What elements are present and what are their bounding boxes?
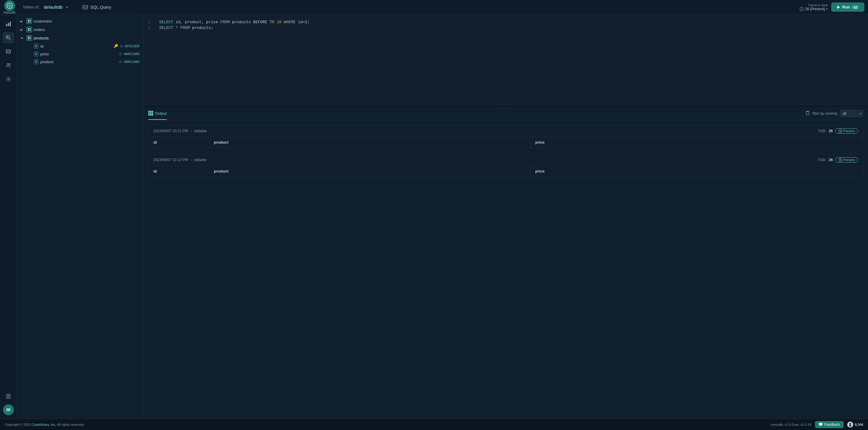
- sidebar-item-settings[interactable]: [3, 73, 14, 85]
- footer-version: immudb: v1.5.0 ws: v1.0.16: [771, 423, 811, 426]
- svg-rect-17: [819, 423, 823, 426]
- line-num-1: 1: [148, 20, 154, 24]
- type-badge-id: INTEGER: [125, 44, 140, 48]
- play-icon: [837, 5, 840, 9]
- db-dropdown-chevron[interactable]: ▾: [66, 5, 68, 9]
- col-icon-id: [34, 44, 38, 48]
- tree-col-name-price: price: [40, 52, 117, 56]
- travel-time-section: Travel in time 26 (Present) ▾: [800, 3, 828, 11]
- svg-point-10: [6, 50, 10, 51]
- code-line-1: 1 SELECT id, product, price FROM product…: [144, 19, 868, 25]
- tree-item-customers[interactable]: ▶ customers: [17, 17, 143, 25]
- sql-icon: [83, 4, 88, 10]
- output-header: Output filter by severity all error warn…: [144, 107, 868, 120]
- table-icon-products: [27, 35, 32, 41]
- result-txid-2: TxID: 26 Present: [818, 157, 858, 163]
- tree-col-price[interactable]: price ⊘ VARCHAR: [17, 50, 143, 58]
- code-content-1: SELECT id, product, price FROM products …: [159, 20, 310, 24]
- code-content-2: SELECT * FROM products;: [159, 26, 213, 30]
- clock-badge-icon-2: [838, 158, 842, 162]
- present-badge-1[interactable]: Present: [835, 128, 858, 134]
- app-logo[interactable]: [4, 0, 15, 11]
- present-badge-2[interactable]: Present: [835, 157, 858, 163]
- run-button[interactable]: Run x2: [831, 2, 864, 12]
- type-badge-product: VARCHAR: [124, 60, 140, 64]
- sidebar-item-chart[interactable]: [3, 18, 14, 30]
- clear-output-button[interactable]: [805, 110, 810, 117]
- code-line-2: 2 SELECT * FROM products;: [144, 25, 868, 31]
- database-name[interactable]: defaultdb: [44, 5, 63, 10]
- resize-handle[interactable]: · · · · · ·: [144, 105, 868, 107]
- tree-col-id[interactable]: id 🔑 ⊘ INTEGER: [17, 42, 143, 50]
- tree-item-name-customers: customers: [34, 19, 140, 24]
- svg-marker-4: [837, 6, 840, 9]
- tree-chevron-orders: ▶: [21, 28, 25, 31]
- result-table-2-header-row: id product price: [149, 166, 863, 176]
- result-header-2: 2023/09/07 10:12 PM - stdtable TxID: 26: [149, 154, 863, 166]
- svg-rect-7: [10, 22, 11, 26]
- svg-point-1: [9, 5, 10, 6]
- right-content: 1 SELECT id, product, price FROM product…: [144, 14, 868, 419]
- result-header-1: 2023/09/07 10:12 PM - stdtable TxID: 26: [149, 125, 863, 137]
- tree-item-name-orders: orders: [34, 27, 140, 32]
- result-table-1-header-row: id product price: [149, 137, 863, 147]
- result-block-1: 2023/09/07 10:12 PM - stdtable TxID: 26: [148, 125, 863, 148]
- type-badge-price: VARCHAR: [124, 52, 140, 56]
- tree-col-name-id: id: [40, 44, 112, 48]
- result-col-product-2: product: [209, 166, 530, 176]
- travel-time-chevron[interactable]: ▾: [826, 7, 828, 10]
- sidebar-item-search[interactable]: [3, 32, 14, 43]
- result-table-name-2: stdtable: [194, 158, 207, 162]
- col-icon-price: [34, 52, 38, 56]
- chat-icon: [818, 423, 823, 427]
- result-timestamp-1: 2023/09/07 10:12 PM: [153, 129, 188, 133]
- footer-right: immudb: v1.5.0 ws: v1.0.16 Feedback 8,34…: [771, 421, 863, 428]
- result-col-id-2: id: [149, 166, 209, 176]
- user-avatar[interactable]: IM: [3, 404, 14, 415]
- header-left: immudb Tables of: defaultdb ▾ SQL Query: [4, 0, 148, 14]
- key-icon-id: 🔑: [114, 44, 118, 48]
- github-link[interactable]: 8,346: [847, 422, 863, 428]
- feedback-button[interactable]: Feedback: [815, 421, 844, 428]
- result-table-name-1: stdtable: [194, 129, 207, 133]
- sidebar-item-docs[interactable]: [3, 391, 14, 402]
- sql-query-section-label: SQL Query: [83, 4, 112, 10]
- null-icon-price: ⊘: [119, 52, 122, 56]
- footer: Copyright © 2023 CodeNotary, Inc. All ri…: [0, 419, 868, 430]
- svg-rect-6: [8, 23, 9, 26]
- code-editor[interactable]: 1 SELECT id, product, price FROM product…: [144, 14, 868, 105]
- main-layout: IM ▶ customers ▶ orders ▼ products: [0, 14, 868, 419]
- filter-select-wrap: all error warning info: [840, 110, 863, 117]
- footer-copyright: Copyright © 2023 CodeNotary, Inc. All ri…: [5, 423, 84, 426]
- filter-select[interactable]: all error warning info: [840, 110, 863, 117]
- output-tab-label: Output: [155, 111, 167, 115]
- tree-sidebar: ▶ customers ▶ orders ▼ products: [17, 14, 144, 419]
- app-name-label: immudb: [4, 10, 16, 14]
- result-sep-1: -: [190, 129, 192, 133]
- output-tab[interactable]: Output: [148, 107, 167, 120]
- result-col-product-1: product: [209, 137, 530, 147]
- sidebar-item-database[interactable]: [3, 46, 14, 57]
- tree-chevron-customers: ▶: [21, 20, 25, 23]
- clock-icon: [800, 7, 804, 11]
- svg-point-11: [7, 64, 9, 65]
- result-col-price-1: price: [530, 137, 863, 147]
- travel-time-value[interactable]: 26 (Present) ▾: [800, 7, 828, 11]
- filter-section: filter by severity all error warning inf…: [805, 110, 863, 117]
- footer-company-link[interactable]: CodeNotary, Inc.: [32, 423, 56, 426]
- tree-col-product[interactable]: product ⊘ VARCHAR: [17, 58, 143, 66]
- result-table-1: id product price: [149, 137, 863, 147]
- tree-item-orders[interactable]: ▶ orders: [17, 25, 143, 34]
- result-sep-2: -: [190, 158, 192, 162]
- sidebar-item-users[interactable]: [3, 60, 14, 71]
- filter-label: filter by severity: [812, 111, 838, 115]
- tree-item-products[interactable]: ▼ products: [17, 34, 143, 42]
- result-col-price-2: price: [530, 166, 863, 176]
- null-icon-product: ⊘: [119, 60, 122, 64]
- tree-col-badges-id: 🔑 ⊘ INTEGER: [114, 44, 140, 48]
- tree-chevron-products: ▼: [21, 36, 25, 40]
- svg-point-9: [6, 36, 7, 37]
- result-col-id-1: id: [149, 137, 209, 147]
- table-icon-customers: [27, 19, 32, 24]
- output-body: 2023/09/07 10:12 PM - stdtable TxID: 26: [144, 120, 868, 419]
